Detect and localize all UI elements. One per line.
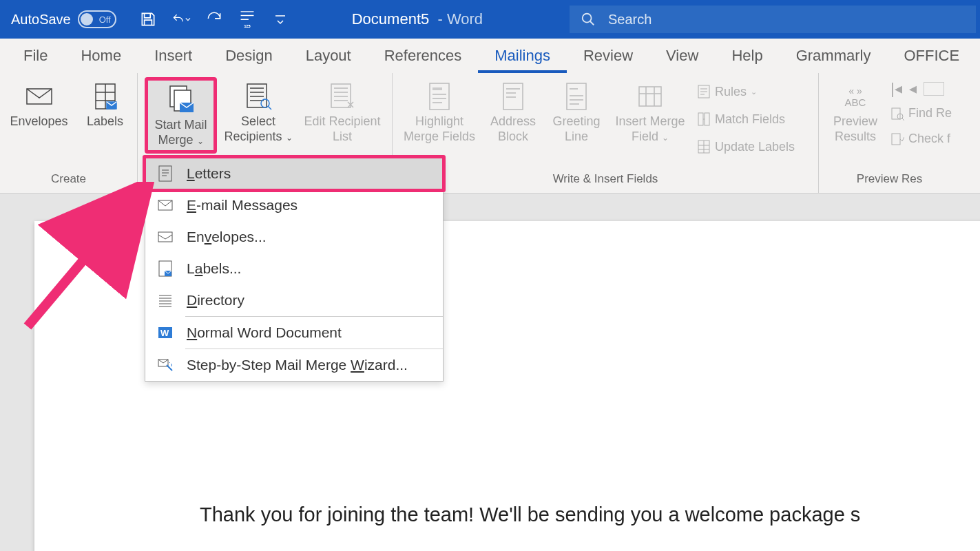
labels-icon [93, 80, 118, 113]
toggle-switch[interactable]: Off [78, 10, 116, 28]
labels-button[interactable]: Labels [78, 77, 133, 132]
autosave-toggle[interactable]: AutoSave Off [11, 10, 116, 28]
svg-text:W: W [160, 328, 169, 338]
menu-item-letters[interactable]: LLettersetters [145, 158, 443, 189]
tab-home[interactable]: Home [64, 40, 138, 73]
toggle-state: Off [99, 14, 111, 25]
ribbon: Envelopes Labels Create Start Mail Merge… [0, 73, 980, 194]
quick-access-toolbar: ₁₂₃ [138, 10, 290, 29]
tab-view[interactable]: View [649, 40, 715, 73]
labels-menu-icon [156, 260, 174, 278]
highlight-merge-fields-button: Highlight Merge Fields [399, 77, 479, 147]
greeting-icon [564, 80, 589, 113]
save-icon[interactable] [138, 10, 158, 29]
record-nav: |◂ ◂ [890, 80, 952, 98]
envelopes-button[interactable]: Envelopes [5, 77, 74, 132]
check-errors-button: Check f [890, 129, 952, 149]
tab-help[interactable]: Help [715, 40, 779, 73]
svg-point-0 [583, 14, 592, 23]
svg-rect-24 [158, 232, 172, 242]
insert-merge-field-button: Insert Merge Field ⌄ [610, 77, 690, 147]
menu-item-labels[interactable]: Labels...Labels... [145, 253, 443, 284]
update-labels-button: Update Labels [697, 136, 809, 157]
preview-results-button: « » ABC Preview Results [826, 77, 885, 147]
envelope-menu-icon [156, 228, 174, 246]
word-doc-icon: W [156, 324, 174, 342]
envelope-icon [25, 80, 53, 113]
start-mail-merge-button[interactable]: Start Mail Merge ⌄ [145, 77, 217, 154]
tab-mailings[interactable]: Mailings [478, 40, 567, 73]
ribbon-group-create: Envelopes Labels Create [0, 73, 138, 193]
edit-recipient-list-button: Edit Recipient List [300, 77, 385, 147]
ribbon-group-write-insert: Highlight Merge Fields Address Block Gre… [393, 73, 819, 193]
address-block-icon [501, 80, 525, 113]
svg-rect-10 [430, 83, 449, 110]
start-mail-merge-dropdown: LLettersetters E-mail MessagesE-mail Mes… [145, 157, 444, 382]
svg-rect-21 [892, 134, 900, 145]
rules-button: Rules ⌄ [697, 81, 809, 102]
tab-insert[interactable]: Insert [138, 40, 209, 73]
group-label-write-insert: Write & Insert Fields [553, 172, 658, 190]
select-recipients-icon [243, 80, 273, 113]
ribbon-group-preview: « » ABC Preview Results |◂ ◂ Find Re Che… [819, 73, 960, 193]
svg-rect-7 [247, 84, 267, 107]
svg-rect-13 [567, 83, 586, 110]
tab-grammarly[interactable]: Grammarly [780, 40, 888, 73]
title-bar: AutoSave Off ₁₂₃ [0, 0, 980, 39]
first-record-icon: |◂ [890, 80, 902, 98]
match-fields-button: Match Fields [697, 109, 809, 129]
menu-item-email[interactable]: E-mail MessagesE-mail Messages [145, 189, 443, 221]
redo-icon[interactable] [205, 10, 224, 29]
svg-rect-11 [432, 87, 442, 90]
search-box[interactable]: Search [570, 6, 976, 33]
prev-record-icon: ◂ [909, 80, 917, 98]
wizard-icon [156, 356, 174, 374]
svg-rect-12 [503, 83, 523, 110]
svg-rect-9 [331, 84, 351, 107]
select-recipients-button[interactable]: Select Recipients ⌄ [221, 77, 295, 147]
greeting-line-button: Greeting Line [547, 77, 606, 147]
svg-rect-14 [639, 87, 661, 106]
search-placeholder: Search [608, 12, 651, 28]
menu-item-envelopes[interactable]: Envelopes...Envelopes... [145, 221, 443, 253]
insert-merge-icon [636, 80, 664, 113]
find-recipient-button: Find Re [890, 103, 952, 123]
menu-item-wizard[interactable]: Step-by-Step Mail Merge Wizard...Step-by… [145, 349, 443, 381]
highlight-icon [427, 80, 452, 113]
edit-list-icon [327, 80, 357, 113]
svg-rect-17 [705, 113, 709, 125]
start-mail-merge-icon [166, 83, 196, 116]
document-body-text: Thank you for joining the team! We'll be… [200, 503, 860, 526]
group-label-preview: Preview Res [857, 172, 922, 190]
address-block-button: Address Block [483, 77, 543, 147]
letters-icon [156, 165, 174, 183]
tab-review[interactable]: Review [567, 40, 649, 73]
tab-design[interactable]: Design [209, 40, 289, 73]
group-label-create: Create [51, 172, 86, 190]
document-title: Document5 - Word [352, 10, 483, 28]
directory-icon [156, 291, 174, 309]
customize-qat-icon[interactable] [271, 10, 290, 29]
tab-office[interactable]: OFFICE [887, 40, 976, 73]
search-icon [581, 12, 596, 27]
tab-layout[interactable]: Layout [289, 40, 368, 73]
autosave-label: AutoSave [11, 12, 71, 28]
menu-item-directory[interactable]: DirectoryDirectory [145, 284, 443, 316]
undo-icon[interactable] [171, 10, 191, 29]
tab-references[interactable]: References [368, 40, 479, 73]
ribbon-tabs: File Home Insert Design Layout Reference… [0, 39, 980, 73]
numbering-icon[interactable]: ₁₂₃ [238, 10, 257, 29]
svg-rect-16 [698, 113, 703, 125]
nav-arrows-icon: « » [848, 85, 862, 96]
svg-rect-22 [159, 166, 171, 181]
email-icon [156, 196, 174, 214]
menu-item-normal-doc[interactable]: W Normal Word DocumentNormal Word Docume… [145, 317, 443, 349]
tab-file[interactable]: File [7, 40, 64, 73]
